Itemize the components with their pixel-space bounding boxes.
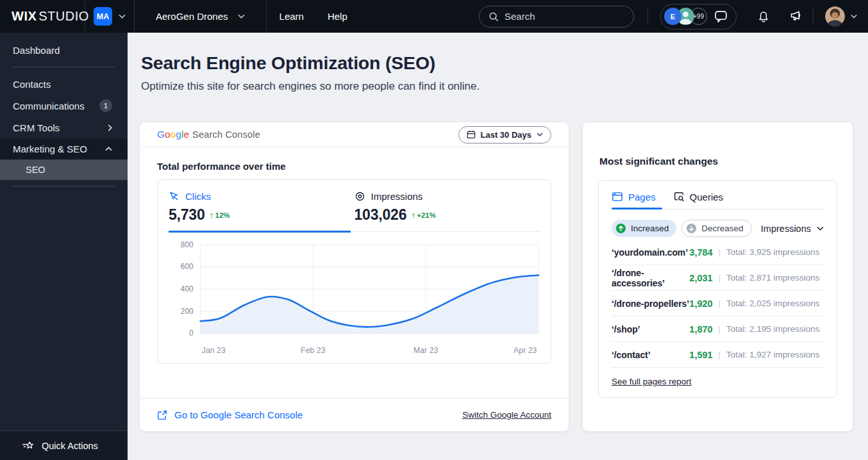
date-range-dropdown[interactable]: Last 30 Days: [458, 126, 552, 144]
page-name: ‘/drone-accessories’: [612, 268, 689, 288]
total-impressions: Total: 1,927 impressions: [726, 350, 824, 359]
tab-queries[interactable]: Queries: [673, 191, 724, 209]
clicks-metric-tab[interactable]: Clicks 5,730 ↑12%: [169, 191, 355, 224]
google-letter: e: [183, 129, 189, 140]
metric-tab-indicator: [169, 231, 540, 233]
active-tab-indicator: [169, 231, 351, 233]
tab-pages-label: Pages: [628, 192, 656, 202]
sidebar-divider: [13, 186, 115, 186]
performance-chart: 0200400600800Jan 23Feb 23Mar 23Apr 23: [169, 238, 540, 357]
page-change-row[interactable]: ‘yourdomain.com’ 3,784 | Total: 3,925 im…: [612, 240, 824, 265]
google-letter: o: [165, 129, 171, 140]
workspace-switcher[interactable]: MA: [85, 0, 135, 33]
global-search[interactable]: [479, 6, 634, 28]
sidebar: Dashboard Contacts Communications 1 CRM …: [0, 33, 128, 460]
profile-menu[interactable]: [814, 0, 868, 33]
filter-increased-label: Increased: [631, 224, 669, 233]
sidebar-item-contacts[interactable]: Contacts: [0, 73, 128, 95]
logo-wix-text: WIX: [12, 9, 37, 24]
inactive-tab-indicator: [351, 231, 540, 233]
total-impressions: Total: 2,871 impressions: [726, 273, 824, 283]
tab-pages[interactable]: Pages: [612, 191, 656, 209]
switch-google-account-link[interactable]: Switch Google Account: [462, 410, 551, 420]
chevron-up-icon: [105, 147, 112, 151]
sidebar-item-marketing-seo[interactable]: Marketing & SEO: [0, 138, 128, 160]
shooting-star-icon: [22, 440, 35, 452]
quick-actions-label: Quick Actions: [42, 441, 98, 451]
total-impressions: Total: 3,925 impressions: [726, 247, 824, 257]
filter-increased[interactable]: Increased: [612, 220, 676, 237]
filter-decreased-label: Decreased: [701, 224, 743, 233]
changes-tabs: Pages Queries: [612, 191, 824, 209]
significant-changes-card: Most significant changes Pages Queries: [583, 122, 853, 431]
logo-studio-text: STUDIO: [38, 9, 89, 24]
change-value: 1,920: [689, 299, 718, 309]
change-value: 3,784: [689, 247, 718, 258]
sidebar-item-dashboard[interactable]: Dashboard: [0, 39, 128, 61]
changes-title: Most significant changes: [599, 156, 836, 167]
site-name: AeroGen Drones: [156, 11, 228, 22]
sidebar-item-label: SEO: [26, 165, 46, 175]
performance-chart-card: Clicks 5,730 ↑12% Impressions: [157, 179, 551, 364]
page-name: ‘/drone-propellers’: [612, 299, 689, 309]
svg-text:400: 400: [181, 284, 194, 293]
page-change-row[interactable]: ‘/shop’ 1,870 | Total: 2,195 impressions: [612, 316, 824, 342]
chat-icon[interactable]: [714, 9, 728, 24]
filter-decreased[interactable]: Decreased: [681, 220, 751, 237]
svg-text:Jan 23: Jan 23: [202, 346, 226, 355]
site-switcher[interactable]: AeroGen Drones: [135, 0, 267, 33]
nav-help[interactable]: Help: [328, 11, 347, 22]
sort-by-dropdown[interactable]: Impressions: [761, 224, 824, 234]
svg-text:Feb 23: Feb 23: [301, 346, 326, 355]
impressions-delta: ↑+21%: [411, 210, 436, 220]
sidebar-item-seo[interactable]: SEO: [0, 160, 128, 180]
page-change-row[interactable]: ‘/drone-accessories’ 2,031 | Total: 2,87…: [612, 265, 824, 291]
clicks-delta: ↑12%: [210, 210, 230, 220]
impressions-target-icon: [355, 191, 365, 202]
notifications-bell-icon[interactable]: [756, 9, 771, 24]
svg-text:Apr 23: Apr 23: [513, 346, 537, 355]
go-to-search-console-link[interactable]: Go to Google Search Console: [157, 409, 303, 420]
impressions-metric-tab[interactable]: Impressions 103,026 ↑+21%: [355, 191, 540, 224]
total-impressions: Total: 2,025 impressions: [726, 299, 824, 308]
tab-queries-label: Queries: [690, 192, 724, 202]
impressions-label: Impressions: [371, 191, 423, 202]
clicks-value: 5,730: [169, 206, 205, 224]
svg-text:800: 800: [181, 240, 194, 249]
clicks-label: Clicks: [185, 191, 211, 202]
chevron-down-icon: [537, 133, 543, 136]
collaborators-group[interactable]: E +99: [660, 4, 737, 29]
search-input[interactable]: [505, 11, 624, 22]
quick-actions-button[interactable]: Quick Actions: [0, 431, 128, 460]
search-icon: [488, 12, 499, 22]
svg-text:600: 600: [181, 262, 194, 271]
up-arrow-icon: ↑: [411, 210, 415, 220]
impressions-value: 103,026: [355, 206, 407, 224]
page-change-row[interactable]: ‘/contact’ 1,591 | Total: 1,927 impressi…: [612, 342, 824, 368]
decrease-circle-icon: [686, 223, 697, 234]
page-name: ‘yourdomain.com’: [612, 247, 689, 258]
svg-text:200: 200: [181, 307, 194, 316]
topbar: WIX STUDIO MA AeroGen Drones Learn Help …: [0, 0, 868, 33]
google-search-console-card: G o o g l e Search Console Last 30 Days …: [140, 122, 569, 431]
separator: |: [719, 299, 726, 308]
google-letter: G: [157, 129, 165, 140]
collaborator-avatar: E: [664, 8, 681, 25]
workspace-badge: MA: [94, 7, 112, 26]
gsc-card-header: G o o g l e Search Console Last 30 Days: [140, 122, 569, 147]
total-impressions: Total: 2,195 impressions: [726, 324, 824, 334]
wix-studio-logo[interactable]: WIX STUDIO: [0, 0, 85, 33]
nav-learn[interactable]: Learn: [280, 11, 304, 22]
chevron-right-icon: [108, 124, 112, 131]
announcements-megaphone-icon[interactable]: [789, 9, 804, 24]
increase-circle-icon: [615, 223, 626, 234]
performance-section-title: Total performance over time: [157, 161, 551, 172]
topbar-divider: [647, 8, 648, 25]
sidebar-item-crm-tools[interactable]: CRM Tools: [0, 117, 128, 138]
cursor-click-icon: [169, 191, 179, 202]
sidebar-item-label: Contacts: [13, 79, 51, 90]
see-full-report-link[interactable]: See full pages report: [612, 377, 692, 386]
sidebar-item-communications[interactable]: Communications 1: [0, 95, 128, 117]
calendar-icon: [467, 130, 476, 139]
page-change-row[interactable]: ‘/drone-propellers’ 1,920 | Total: 2,025…: [612, 291, 824, 316]
